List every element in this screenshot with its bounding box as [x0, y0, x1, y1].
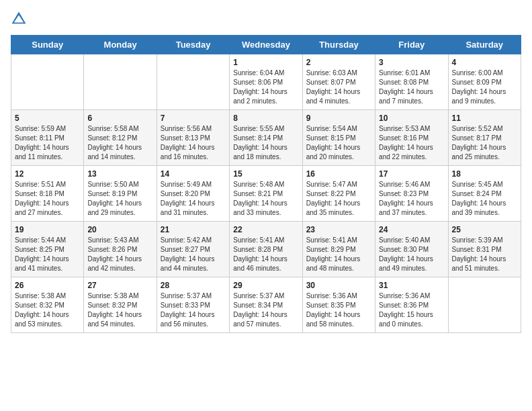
calendar-cell: 11Sunrise: 5:52 AMSunset: 8:17 PMDayligh… — [448, 110, 521, 166]
day-header: Tuesday — [157, 36, 229, 54]
day-header: Monday — [84, 36, 157, 54]
day-number: 23 — [306, 225, 371, 234]
day-number: 28 — [161, 281, 226, 290]
day-number: 7 — [161, 113, 226, 123]
calendar-cell: 5Sunrise: 5:59 AMSunset: 8:11 PMDaylight… — [11, 110, 84, 166]
day-info: Sunrise: 5:59 AMSunset: 8:11 PMDaylight:… — [15, 125, 69, 161]
day-info: Sunrise: 6:04 AMSunset: 8:06 PMDaylight:… — [233, 69, 287, 105]
day-info: Sunrise: 5:41 AMSunset: 8:28 PMDaylight:… — [233, 236, 287, 272]
day-info: Sunrise: 5:45 AMSunset: 8:24 PMDaylight:… — [452, 181, 506, 216]
calendar-cell: 29Sunrise: 5:37 AMSunset: 8:34 PMDayligh… — [230, 277, 302, 333]
day-number: 29 — [233, 281, 298, 290]
day-header: Wednesday — [230, 36, 302, 54]
calendar-cell: 20Sunrise: 5:43 AMSunset: 8:26 PMDayligh… — [84, 222, 157, 277]
calendar-cell — [448, 277, 521, 333]
day-number: 11 — [452, 113, 517, 123]
day-info: Sunrise: 5:42 AMSunset: 8:27 PMDaylight:… — [161, 236, 215, 272]
day-info: Sunrise: 5:38 AMSunset: 8:32 PMDaylight:… — [87, 292, 142, 328]
day-info: Sunrise: 5:37 AMSunset: 8:34 PMDaylight:… — [233, 292, 287, 328]
day-info: Sunrise: 5:49 AMSunset: 8:20 PMDaylight:… — [161, 181, 215, 216]
day-number: 9 — [306, 113, 371, 123]
calendar-cell: 31Sunrise: 5:36 AMSunset: 8:36 PMDayligh… — [375, 277, 448, 333]
day-header: Saturday — [448, 36, 521, 54]
calendar-cell: 21Sunrise: 5:42 AMSunset: 8:27 PMDayligh… — [157, 222, 229, 277]
day-number: 25 — [452, 225, 517, 234]
calendar-cell: 1Sunrise: 6:04 AMSunset: 8:06 PMDaylight… — [230, 54, 302, 110]
day-info: Sunrise: 5:48 AMSunset: 8:21 PMDaylight:… — [233, 181, 287, 216]
day-number: 22 — [233, 225, 298, 234]
day-info: Sunrise: 5:52 AMSunset: 8:17 PMDaylight:… — [452, 125, 506, 161]
calendar-cell: 25Sunrise: 5:39 AMSunset: 8:31 PMDayligh… — [448, 222, 521, 277]
day-number: 18 — [452, 169, 517, 179]
calendar-week-row: 26Sunrise: 5:38 AMSunset: 8:32 PMDayligh… — [11, 277, 521, 333]
day-info: Sunrise: 5:47 AMSunset: 8:22 PMDaylight:… — [306, 181, 361, 216]
calendar-cell: 3Sunrise: 6:01 AMSunset: 8:08 PMDaylight… — [375, 54, 448, 110]
day-info: Sunrise: 5:46 AMSunset: 8:23 PMDaylight:… — [379, 181, 433, 216]
day-info: Sunrise: 5:56 AMSunset: 8:13 PMDaylight:… — [161, 125, 215, 161]
calendar-week-row: 12Sunrise: 5:51 AMSunset: 8:18 PMDayligh… — [11, 166, 521, 222]
day-info: Sunrise: 5:38 AMSunset: 8:32 PMDaylight:… — [15, 292, 69, 328]
calendar-cell: 4Sunrise: 6:00 AMSunset: 8:09 PMDaylight… — [448, 54, 521, 110]
day-info: Sunrise: 5:50 AMSunset: 8:19 PMDaylight:… — [87, 181, 142, 216]
calendar-cell: 7Sunrise: 5:56 AMSunset: 8:13 PMDaylight… — [157, 110, 229, 166]
day-number: 27 — [87, 281, 152, 290]
day-number: 24 — [379, 225, 444, 234]
calendar-cell: 23Sunrise: 5:41 AMSunset: 8:29 PMDayligh… — [302, 222, 375, 277]
day-info: Sunrise: 5:44 AMSunset: 8:25 PMDaylight:… — [15, 236, 69, 272]
page-header — [11, 11, 521, 27]
calendar-cell: 8Sunrise: 5:55 AMSunset: 8:14 PMDaylight… — [230, 110, 302, 166]
day-number: 20 — [87, 225, 152, 234]
day-number: 13 — [87, 169, 152, 179]
day-info: Sunrise: 5:58 AMSunset: 8:12 PMDaylight:… — [87, 125, 142, 161]
calendar-cell — [11, 54, 84, 110]
calendar-cell: 14Sunrise: 5:49 AMSunset: 8:20 PMDayligh… — [157, 166, 229, 222]
day-header: Friday — [375, 36, 448, 54]
day-number: 12 — [15, 169, 80, 179]
calendar-cell: 17Sunrise: 5:46 AMSunset: 8:23 PMDayligh… — [375, 166, 448, 222]
day-number: 14 — [161, 169, 226, 179]
day-header: Sunday — [11, 36, 84, 54]
day-info: Sunrise: 5:41 AMSunset: 8:29 PMDaylight:… — [306, 236, 361, 272]
logo-icon — [11, 11, 27, 27]
day-info: Sunrise: 5:55 AMSunset: 8:14 PMDaylight:… — [233, 125, 287, 161]
day-number: 3 — [379, 58, 444, 67]
calendar-table: SundayMondayTuesdayWednesdayThursdayFrid… — [11, 35, 521, 333]
day-info: Sunrise: 5:51 AMSunset: 8:18 PMDaylight:… — [15, 181, 69, 216]
calendar-cell — [84, 54, 157, 110]
day-number: 16 — [306, 169, 371, 179]
day-number: 8 — [233, 113, 298, 123]
calendar-cell: 16Sunrise: 5:47 AMSunset: 8:22 PMDayligh… — [302, 166, 375, 222]
calendar-cell: 13Sunrise: 5:50 AMSunset: 8:19 PMDayligh… — [84, 166, 157, 222]
calendar-cell: 10Sunrise: 5:53 AMSunset: 8:16 PMDayligh… — [375, 110, 448, 166]
calendar-cell: 2Sunrise: 6:03 AMSunset: 8:07 PMDaylight… — [302, 54, 375, 110]
calendar-cell: 6Sunrise: 5:58 AMSunset: 8:12 PMDaylight… — [84, 110, 157, 166]
day-number: 17 — [379, 169, 444, 179]
day-number: 1 — [233, 58, 298, 67]
day-number: 2 — [306, 58, 371, 67]
calendar-cell: 19Sunrise: 5:44 AMSunset: 8:25 PMDayligh… — [11, 222, 84, 277]
day-number: 19 — [15, 225, 80, 234]
calendar-cell — [157, 54, 229, 110]
day-number: 21 — [161, 225, 226, 234]
day-number: 31 — [379, 281, 444, 290]
calendar-cell: 28Sunrise: 5:37 AMSunset: 8:33 PMDayligh… — [157, 277, 229, 333]
logo — [11, 11, 30, 27]
calendar-cell: 22Sunrise: 5:41 AMSunset: 8:28 PMDayligh… — [230, 222, 302, 277]
day-info: Sunrise: 6:03 AMSunset: 8:07 PMDaylight:… — [306, 69, 361, 105]
day-number: 15 — [233, 169, 298, 179]
day-number: 30 — [306, 281, 371, 290]
calendar-cell: 9Sunrise: 5:54 AMSunset: 8:15 PMDaylight… — [302, 110, 375, 166]
day-info: Sunrise: 5:39 AMSunset: 8:31 PMDaylight:… — [452, 236, 506, 272]
day-info: Sunrise: 6:01 AMSunset: 8:08 PMDaylight:… — [379, 69, 433, 105]
day-info: Sunrise: 6:00 AMSunset: 8:09 PMDaylight:… — [452, 69, 506, 105]
calendar-week-row: 19Sunrise: 5:44 AMSunset: 8:25 PMDayligh… — [11, 222, 521, 277]
day-info: Sunrise: 5:54 AMSunset: 8:15 PMDaylight:… — [306, 125, 361, 161]
day-number: 26 — [15, 281, 80, 290]
calendar-cell: 15Sunrise: 5:48 AMSunset: 8:21 PMDayligh… — [230, 166, 302, 222]
calendar-cell: 12Sunrise: 5:51 AMSunset: 8:18 PMDayligh… — [11, 166, 84, 222]
day-info: Sunrise: 5:53 AMSunset: 8:16 PMDaylight:… — [379, 125, 433, 161]
calendar-cell: 27Sunrise: 5:38 AMSunset: 8:32 PMDayligh… — [84, 277, 157, 333]
day-info: Sunrise: 5:43 AMSunset: 8:26 PMDaylight:… — [87, 236, 142, 272]
calendar-header-row: SundayMondayTuesdayWednesdayThursdayFrid… — [11, 36, 521, 54]
day-number: 10 — [379, 113, 444, 123]
